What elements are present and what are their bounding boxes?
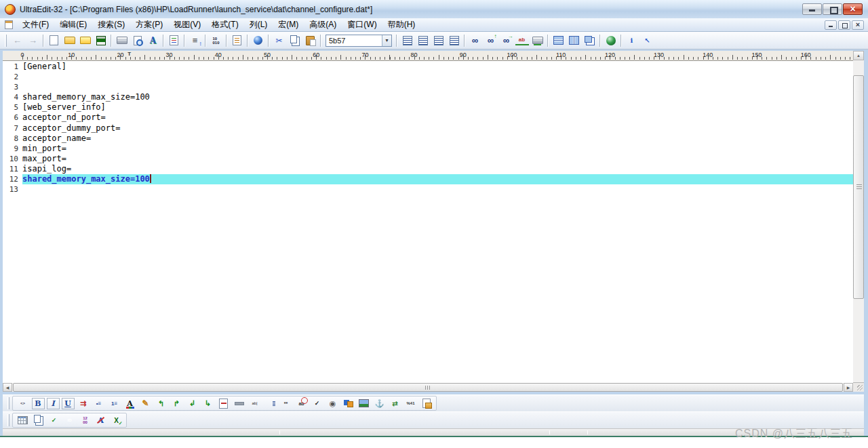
hex-edit-icon[interactable]: 10 010 <box>210 35 223 47</box>
print-preview-icon[interactable] <box>131 35 144 47</box>
align-justify-icon[interactable] <box>448 35 461 47</box>
menu-project[interactable]: 方案(P) <box>130 18 168 32</box>
italic-icon[interactable]: I <box>47 398 60 409</box>
restore-button[interactable] <box>823 3 842 15</box>
mdi-minimize-button[interactable] <box>825 20 837 30</box>
mdi-close-button[interactable] <box>852 20 864 30</box>
menu-help[interactable]: 帮助(H) <box>382 18 421 32</box>
image-map-icon[interactable] <box>342 397 355 409</box>
menu-column[interactable]: 列(L) <box>244 18 273 32</box>
indent-icon[interactable]: ⇉ <box>77 397 90 409</box>
open-file-icon[interactable] <box>63 35 77 47</box>
font-icon[interactable]: A <box>146 35 160 47</box>
print-special-icon[interactable] <box>531 35 545 47</box>
form-password-icon[interactable]: ** <box>279 397 293 409</box>
code-line[interactable]: 4shared_memory_max_size=100 <box>3 92 853 102</box>
code-line[interactable]: 3 <box>3 82 853 92</box>
id-attribute-icon[interactable]: ID <box>63 414 77 426</box>
menu-macro[interactable]: 宏(M) <box>273 18 304 32</box>
align-right-icon[interactable] <box>432 35 446 47</box>
replace-icon[interactable]: ab <box>515 36 529 45</box>
number-convert-icon[interactable]: 12 00 <box>79 414 92 426</box>
menu-edit[interactable]: 编辑(E) <box>54 18 92 32</box>
vertical-scroll-thumb[interactable] <box>853 75 864 299</box>
html-source-icon[interactable]: <> <box>16 397 30 409</box>
hr-insert-icon[interactable] <box>217 397 231 409</box>
split-horizontal-icon[interactable] <box>552 35 566 47</box>
form-radio-icon[interactable]: ◉ <box>326 397 340 409</box>
find-next-icon[interactable]: ∞ <box>500 35 513 47</box>
wrap-upper-icon[interactable]: ↱ <box>170 397 184 409</box>
web-browser-icon[interactable] <box>252 35 265 47</box>
menu-search[interactable]: 搜索(S) <box>92 18 130 32</box>
close-button[interactable] <box>843 3 863 15</box>
spell-check-icon[interactable]: A <box>94 414 108 426</box>
image-insert-icon[interactable] <box>357 397 371 409</box>
horizontal-scrollbar[interactable]: ◀ ▶ <box>3 383 853 392</box>
scroll-left-icon[interactable]: ◀ <box>3 383 12 392</box>
nav-back-icon[interactable]: ← <box>11 35 24 47</box>
code-line[interactable]: 13 <box>3 184 853 195</box>
form-listbox-icon[interactable] <box>264 397 277 409</box>
chevron-down-icon[interactable]: ▾ <box>382 35 391 46</box>
code-line[interactable]: 8acceptor_name= <box>3 134 853 144</box>
underline-icon[interactable]: U <box>62 398 75 409</box>
page-validate-icon[interactable]: ✓ <box>47 414 61 426</box>
numbered-list-icon[interactable]: 1≡ <box>108 397 121 409</box>
minimize-button[interactable] <box>802 3 822 15</box>
form-checkbox-icon[interactable]: ✓ <box>311 397 324 409</box>
copy-icon[interactable] <box>288 35 302 47</box>
export-validate-icon[interactable]: X <box>110 414 123 426</box>
table-insert-icon[interactable] <box>16 414 30 426</box>
code-line[interactable]: 12shared_memory_max_size=100 <box>3 174 853 184</box>
wrap-top-icon[interactable]: ↰ <box>155 397 168 409</box>
code-line[interactable]: 10max_port= <box>3 154 853 164</box>
menu-view[interactable]: 视图(V) <box>168 18 206 32</box>
brush-icon[interactable]: ✎ <box>139 397 153 409</box>
hr-bar-icon[interactable] <box>233 397 246 409</box>
menu-advanced[interactable]: 高级(A) <box>304 18 342 32</box>
anchor-icon[interactable]: ⚓ <box>373 397 387 409</box>
open-ftp-icon[interactable] <box>79 35 92 47</box>
bullet-list-icon[interactable]: •≡ <box>92 397 106 409</box>
html-view-icon[interactable] <box>167 35 181 47</box>
code-line[interactable]: 2 <box>3 72 853 82</box>
align-left-icon[interactable] <box>401 35 414 47</box>
menu-format[interactable]: 格式(T) <box>206 18 243 32</box>
format-lines-icon[interactable]: ≡ <box>189 35 202 47</box>
find-prev-icon[interactable]: ∞ <box>484 35 498 47</box>
horizontal-scroll-thumb[interactable] <box>13 383 843 392</box>
wrap-bottom-icon[interactable]: ↳ <box>201 397 215 409</box>
code-line[interactable]: 7acceptor_dummy_port= <box>3 123 853 134</box>
form-validate-icon[interactable]: ab <box>295 397 309 409</box>
char-encode-icon[interactable]: %41 <box>404 397 418 409</box>
globe-green-icon[interactable] <box>604 35 618 47</box>
wrap-lower-icon[interactable]: ↲ <box>186 397 199 409</box>
code-line[interactable]: 6acceptor_nd_port= <box>3 113 853 123</box>
text-editor[interactable]: 1[General]234shared_memory_max_size=1005… <box>3 61 853 383</box>
nav-forward-icon[interactable]: → <box>26 35 40 47</box>
print-icon[interactable] <box>115 35 129 47</box>
scroll-right-icon[interactable]: ▶ <box>844 383 853 392</box>
cascade-windows-icon[interactable] <box>583 35 597 47</box>
split-vertical-icon[interactable] <box>568 35 581 47</box>
code-line[interactable]: 5[web_server_info] <box>3 102 853 113</box>
mdi-restore-button[interactable] <box>838 20 850 30</box>
copy-all-icon[interactable] <box>32 414 45 426</box>
align-center-icon[interactable] <box>416 35 430 47</box>
code-page-icon[interactable] <box>231 35 244 47</box>
info-icon[interactable]: i <box>625 35 639 47</box>
code-line[interactable]: 1[General] <box>3 62 853 72</box>
doc-protect-icon[interactable] <box>420 397 433 409</box>
scroll-up-icon[interactable]: ▲ <box>853 51 864 60</box>
form-textbox-icon[interactable]: ab| <box>248 397 262 409</box>
code-line[interactable]: 11isapi_log= <box>3 164 853 174</box>
menu-file[interactable]: 文件(F) <box>17 18 54 32</box>
menu-window[interactable]: 窗口(W) <box>342 18 382 32</box>
font-size-combo[interactable]: 5b57▾ <box>326 35 392 47</box>
paste-icon[interactable] <box>304 35 317 47</box>
font-color-icon[interactable]: A <box>123 397 137 409</box>
find-icon[interactable]: ∞ <box>469 35 482 47</box>
vertical-scrollbar[interactable]: ▲ ▼ <box>853 51 864 392</box>
save-file-icon[interactable] <box>94 35 108 47</box>
